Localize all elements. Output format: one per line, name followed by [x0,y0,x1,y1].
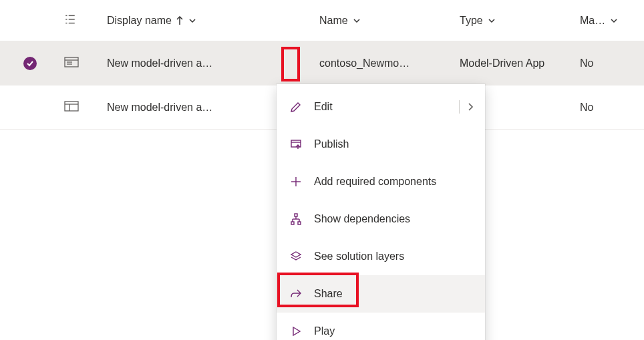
row-display-name[interactable]: New model-driven a… [107,102,212,113]
menu-label: Add required components [314,176,436,188]
column-header-type[interactable]: Type [460,15,580,27]
table-header-row: Display name Name Type Ma… [0,0,644,41]
row-selected-indicator[interactable] [23,57,37,70]
chevron-down-icon [188,16,197,25]
chevron-down-icon [487,16,496,25]
column-settings-icon[interactable] [64,13,76,27]
column-header-label: Ma… [580,15,605,27]
sort-ascending-icon [176,16,184,25]
column-header-display-name[interactable]: Display name [107,15,278,27]
share-icon [289,288,303,300]
row-managed: No [580,102,644,114]
svg-point-13 [297,67,299,69]
publish-icon [289,138,303,150]
menu-item-see-solution-layers[interactable]: See solution layers [277,238,485,275]
column-header-managed[interactable]: Ma… [580,15,644,27]
svg-rect-25 [295,214,297,216]
menu-item-publish[interactable]: Publish [277,126,485,163]
menu-item-add-required-components[interactable]: Add required components [277,163,485,200]
column-header-name[interactable]: Name [319,15,460,27]
svg-point-11 [297,57,299,59]
column-header-label: Type [460,15,483,27]
layers-icon [289,250,303,263]
menu-label: Publish [314,138,349,150]
svg-rect-26 [291,222,294,224]
row-managed: No [580,57,644,69]
menu-item-show-dependencies[interactable]: Show dependencies [277,200,485,238]
chevron-down-icon [352,16,361,25]
chevron-right-icon [466,102,474,112]
app-form-icon [64,57,79,69]
row-display-name[interactable]: New model-driven a… [107,57,212,69]
svg-point-12 [297,62,299,64]
play-icon [289,326,303,337]
more-vertical-icon [297,57,300,69]
svg-marker-33 [293,327,300,335]
svg-rect-27 [298,222,301,224]
dependencies-icon [289,213,303,225]
menu-item-share[interactable]: Share [277,275,485,313]
row-name: contoso_Newmo… [319,57,460,69]
app-window-icon [64,101,79,114]
submenu-indicator[interactable] [459,100,474,114]
svg-marker-32 [291,252,301,257]
menu-label: Share [314,288,343,300]
table-row[interactable]: New model-driven a… contoso_Newmo… Model… [0,41,644,86]
menu-label: Show dependencies [314,213,410,225]
menu-label: Edit [314,101,333,113]
column-header-label: Name [319,15,348,27]
menu-label: See solution layers [314,250,404,263]
row-context-menu: Edit Publish Add required components Sho… [277,84,485,340]
menu-item-edit[interactable]: Edit [277,88,485,126]
menu-item-play[interactable]: Play [277,313,485,340]
edit-icon [289,101,303,113]
plus-icon [289,176,303,188]
menu-label: Play [314,325,335,337]
svg-rect-14 [65,102,78,111]
chevron-down-icon [609,16,619,25]
row-more-actions-button[interactable] [288,53,309,74]
row-type: Model-Driven App [460,57,580,69]
column-header-label: Display name [107,15,172,27]
